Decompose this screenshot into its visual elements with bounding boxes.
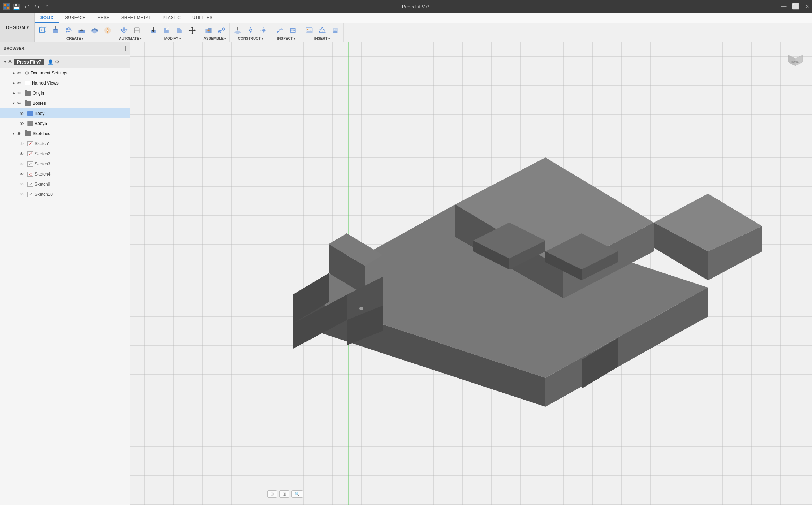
axis-button[interactable]	[245, 25, 256, 36]
svg-marker-35	[191, 33, 193, 34]
redo-icon[interactable]: ↪	[33, 3, 40, 10]
tab-sheet-metal[interactable]: SHEET METAL	[116, 13, 157, 23]
measure-button[interactable]: mm	[274, 25, 286, 36]
tree-root-item[interactable]: ▼ 👁 Press Fit v7 👤 ⚙	[0, 56, 130, 68]
inspect-button[interactable]: 🔍	[291, 490, 303, 498]
svg-rect-29	[164, 28, 166, 33]
tree-item-body1[interactable]: 👁 Body1	[0, 108, 130, 118]
insert-mesh-button[interactable]	[316, 25, 328, 36]
tree-item-origin[interactable]: ▶ 👁 Origin	[0, 88, 130, 98]
create-arrow: ▾	[82, 37, 83, 40]
point-button[interactable]	[258, 25, 269, 36]
press-pull-button[interactable]	[147, 25, 159, 36]
eye-icon-sketch9[interactable]: 👁	[20, 182, 26, 187]
doc-settings-expand[interactable]: ▶	[11, 70, 17, 76]
insert-image-button[interactable]	[303, 25, 315, 36]
eye-icon-body1[interactable]: 👁	[20, 111, 26, 116]
view-cube[interactable]: HOME	[785, 48, 806, 69]
design-button[interactable]: DESIGN ▾	[0, 13, 35, 42]
tree-item-body5[interactable]: 👁 Body5	[0, 118, 130, 129]
eye-icon-sketches[interactable]: 👁	[17, 131, 23, 137]
create-sketch-button[interactable]: +	[37, 25, 48, 36]
origin-label: Origin	[33, 91, 44, 96]
undo-icon[interactable]: ↩	[23, 3, 30, 10]
top-bar: 💾 ↩ ↪ ⌂ Press Fit V7* — ⬜ ×	[0, 0, 812, 13]
eye-icon-namedviews[interactable]: 👁	[17, 81, 23, 86]
tree-item-sketch9[interactable]: 👁 Sketch9	[0, 179, 130, 189]
tab-plastic[interactable]: PLASTIC	[157, 13, 186, 23]
extrude-button[interactable]	[50, 25, 61, 36]
panel-button[interactable]: |	[125, 46, 126, 51]
box-button[interactable]	[89, 25, 100, 36]
fillet-button[interactable]	[160, 25, 172, 36]
tab-solid[interactable]: SOLID	[35, 13, 60, 23]
eye-icon-bodies[interactable]: 👁	[17, 101, 23, 106]
insert-decal-button[interactable]	[329, 25, 341, 36]
sketch9-label: Sketch9	[35, 182, 50, 187]
collapse-button[interactable]: —	[115, 46, 120, 51]
eye-icon-body5[interactable]: 👁	[20, 121, 26, 126]
tab-mesh[interactable]: MESH	[91, 13, 116, 23]
tree-item-sketch2[interactable]: 👁 + Sketch2	[0, 149, 130, 159]
eye-icon-sketch2[interactable]: 👁	[20, 151, 26, 157]
chamfer-button[interactable]	[173, 25, 185, 36]
svg-text:+: +	[30, 144, 32, 146]
joint-button[interactable]	[203, 25, 214, 36]
move-button[interactable]	[186, 25, 198, 36]
eye-icon-root[interactable]: 👁	[8, 59, 13, 65]
minimize-button[interactable]: —	[781, 3, 786, 10]
tree-item-sketches[interactable]: ▼ 👁 Sketches	[0, 129, 130, 139]
sketches-expand[interactable]: ▼	[11, 131, 17, 137]
tree-item-named-views[interactable]: ▶ 👁 Named Views	[0, 78, 130, 88]
eye-icon-sketch10[interactable]: 👁	[20, 192, 26, 197]
special-button[interactable]	[102, 25, 113, 36]
close-button[interactable]: ×	[805, 3, 809, 10]
hole-button[interactable]	[76, 25, 87, 36]
tree-item-sketch4[interactable]: 👁 + Sketch4	[0, 169, 130, 179]
sketch3-icon	[27, 161, 33, 167]
automate-button[interactable]	[118, 25, 130, 36]
eye-icon-docsettings[interactable]: 👁	[17, 70, 23, 76]
bodies-expand[interactable]: ▼	[11, 100, 17, 106]
toolbar-icons-row: +	[35, 23, 812, 42]
eye-icon-sketch1[interactable]: 👁	[20, 141, 26, 147]
motion-button[interactable]	[216, 25, 227, 36]
section-analysis-button[interactable]	[287, 25, 299, 36]
eye-icon-origin[interactable]: 👁	[17, 91, 23, 96]
inspect-label: INSPECT	[277, 36, 293, 40]
sketch4-icon: +	[27, 172, 33, 177]
tree-item-sketch10[interactable]: 👁 Sketch10	[0, 189, 130, 199]
viewport[interactable]: HOME ⊞ ◫ 🔍	[130, 42, 812, 505]
window-title: Press Fit V7*	[55, 4, 776, 9]
svg-rect-10	[53, 30, 58, 33]
save-icon[interactable]: 💾	[13, 3, 20, 10]
svg-point-58	[307, 29, 308, 30]
tab-utilities[interactable]: UTILITIES	[186, 13, 218, 23]
eye-icon-sketch3[interactable]: 👁	[20, 161, 26, 167]
tab-surface[interactable]: SURFACE	[59, 13, 91, 23]
tree-item-bodies[interactable]: ▼ 👁 Bodies	[0, 98, 130, 108]
svg-rect-64	[334, 29, 336, 31]
tree-item-sketch3[interactable]: 👁 Sketch3	[0, 159, 130, 169]
app-icon	[3, 3, 10, 10]
grid-button[interactable]: ⊞	[267, 490, 277, 498]
home-icon[interactable]: ⌂	[43, 3, 51, 10]
revolve-button[interactable]	[63, 25, 74, 36]
3d-model	[220, 85, 791, 483]
eye-icon-sketch4[interactable]: 👁	[20, 172, 26, 177]
bodies-folder-icon	[25, 101, 31, 106]
named-views-expand[interactable]: ▶	[11, 80, 17, 86]
tree-item-document-settings[interactable]: ▶ 👁 ⚙ Document Settings	[0, 68, 130, 78]
maximize-button[interactable]: ⬜	[792, 3, 799, 10]
svg-point-40	[207, 29, 209, 31]
svg-text:+: +	[30, 174, 32, 176]
display-button[interactable]: ◫	[279, 490, 289, 498]
svg-marker-31	[177, 28, 182, 33]
root-expand-arrow[interactable]: ▼	[4, 60, 7, 64]
sketch4-label: Sketch4	[35, 172, 50, 177]
modify-label: MODIFY	[164, 36, 178, 40]
automate-icon2[interactable]	[131, 25, 143, 36]
origin-expand[interactable]: ▶	[11, 90, 17, 96]
plane-button[interactable]	[232, 25, 243, 36]
tree-item-sketch1[interactable]: 👁 + Sketch1	[0, 139, 130, 149]
